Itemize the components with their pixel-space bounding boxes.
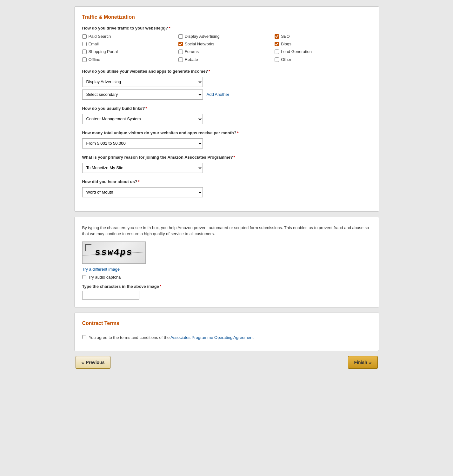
social-networks-checkbox[interactable] (178, 42, 183, 46)
reason-section: What is your primary reason for joining … (82, 155, 371, 173)
seo-label: SEO (281, 34, 290, 39)
lead-generation-checkbox[interactable] (275, 50, 279, 54)
visitors-section: How many total unique visitors do your w… (82, 130, 371, 149)
checkbox-paid-search: Paid Search (82, 34, 178, 39)
paid-search-checkbox[interactable] (82, 34, 87, 39)
navigation-row: « Previous Finish » (74, 356, 379, 369)
checkbox-blogs: Blogs (275, 41, 371, 47)
audio-captcha-row: Try audio captcha (82, 275, 371, 280)
terms-row: You agree to the terms and conditions of… (82, 332, 371, 343)
audio-captcha-checkbox[interactable] (82, 275, 86, 279)
checkbox-email: Email (82, 41, 178, 47)
checkbox-rebate: Rebate (178, 57, 275, 63)
checkbox-lead-generation: Lead Generation (275, 49, 371, 55)
captcha-text-input[interactable] (82, 291, 139, 300)
income-secondary-select[interactable]: Select secondary Display Advertising Aff… (82, 89, 203, 100)
income-question-label: How do you utilise your websites and app… (82, 69, 371, 74)
income-section: How do you utilise your websites and app… (82, 69, 371, 100)
previous-chevron-left-icon: « (82, 360, 84, 365)
reason-select[interactable]: To Monetize My Site To Earn Extra Income… (82, 163, 203, 173)
checkbox-seo: SEO (275, 34, 371, 39)
captcha-image-box: ssw4ps (82, 241, 146, 264)
terms-link[interactable]: Associates Programme Operating Agreement (170, 335, 254, 340)
offline-checkbox[interactable] (82, 57, 87, 62)
traffic-question-label: How do you drive traffic to your website… (82, 26, 371, 30)
checkbox-forums: Forums (178, 49, 275, 55)
reason-question-label: What is your primary reason for joining … (82, 155, 371, 160)
visitors-question-label: How many total unique visitors do your w… (82, 130, 371, 135)
traffic-checkbox-grid: Paid Search Display Advertising SEO Emai… (82, 34, 371, 63)
other-checkbox[interactable] (275, 57, 279, 62)
terms-label: You agree to the terms and conditions of… (89, 335, 254, 340)
shopping-portal-checkbox[interactable] (82, 50, 87, 54)
contract-section-title: Contract Terms (82, 321, 371, 326)
income-primary-select[interactable]: Display Advertising Affiliate Marketing … (82, 77, 203, 87)
offline-label: Offline (89, 57, 100, 63)
previous-button[interactable]: « Previous (76, 356, 111, 369)
shopping-portal-label: Shopping Portal (89, 49, 118, 55)
traffic-checkboxes-section: How do you drive traffic to your website… (82, 26, 371, 63)
checkbox-social-networks: Social Networks (178, 41, 275, 47)
display-advertising-checkbox[interactable] (178, 34, 183, 39)
display-advertising-label: Display Advertising (185, 34, 220, 39)
captcha-corner-decoration (85, 244, 91, 251)
checkbox-display-advertising: Display Advertising (178, 34, 275, 39)
captcha-card: By typing the characters you see in th b… (74, 217, 379, 307)
blogs-label: Blogs (281, 41, 291, 47)
captcha-description: By typing the characters you see in th b… (82, 225, 371, 237)
links-select[interactable]: Content Management System Manual HTML Wi… (82, 114, 203, 124)
checkbox-shopping-portal: Shopping Portal (82, 49, 178, 55)
income-secondary-row: Select secondary Display Advertising Aff… (82, 89, 371, 100)
finish-chevron-right-icon: » (369, 360, 372, 365)
links-section: How do you usually build links?* Content… (82, 106, 371, 124)
checkbox-other: Other (275, 57, 371, 63)
captcha-input-label: Type the characters in the above image* (82, 284, 371, 289)
rebate-checkbox[interactable] (178, 57, 183, 62)
forums-label: Forums (185, 49, 199, 55)
forums-checkbox[interactable] (178, 50, 183, 54)
finish-button-label: Finish (354, 360, 367, 365)
rebate-label: Rebate (185, 57, 198, 63)
contract-terms-card: Contract Terms You agree to the terms an… (74, 313, 379, 351)
paid-search-label: Paid Search (89, 34, 111, 39)
traffic-monetization-card: Traffic & Monetization How do you drive … (74, 6, 379, 212)
traffic-section-title: Traffic & Monetization (82, 14, 371, 20)
add-another-link[interactable]: Add Another (207, 92, 230, 97)
finish-button[interactable]: Finish » (348, 356, 377, 369)
hear-question-label: How did you hear about us?* (82, 179, 371, 184)
lead-generation-label: Lead Generation (281, 49, 312, 55)
terms-checkbox[interactable] (82, 335, 86, 339)
hear-section: How did you hear about us?* Word of Mout… (82, 179, 371, 197)
page-wrapper: Traffic & Monetization How do you drive … (74, 6, 379, 369)
links-question-label: How do you usually build links?* (82, 106, 371, 111)
checkbox-offline: Offline (82, 57, 178, 63)
social-networks-label: Social Networks (185, 41, 214, 47)
other-label: Other (281, 57, 291, 63)
email-label: Email (89, 41, 99, 47)
hear-select[interactable]: Word of Mouth Search Engine Blog Social … (82, 187, 203, 197)
seo-checkbox[interactable] (275, 34, 279, 39)
visitors-select[interactable]: Less than 500 From 500 to 5,000 From 5,0… (82, 138, 203, 149)
captcha-image-inner: ssw4ps (83, 242, 145, 263)
previous-button-label: Previous (86, 360, 104, 365)
blogs-checkbox[interactable] (275, 42, 279, 46)
audio-captcha-label: Try audio captcha (88, 275, 121, 280)
email-checkbox[interactable] (82, 42, 87, 46)
try-different-image-link[interactable]: Try a different image (82, 267, 371, 272)
